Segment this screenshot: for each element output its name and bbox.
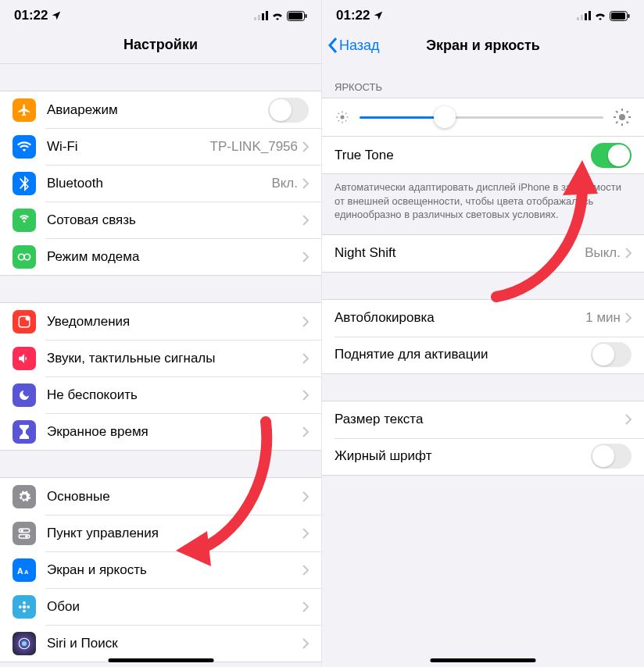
status-bar: 01:22 (0, 0, 321, 27)
svg-point-20 (19, 605, 22, 608)
true-tone-toggle[interactable] (591, 143, 631, 168)
row-label: True Tone (335, 148, 591, 163)
svg-point-8 (24, 254, 30, 260)
location-icon (373, 10, 384, 21)
chevron-right-icon (625, 248, 631, 259)
svg-point-23 (22, 641, 27, 646)
chevron-right-icon (302, 426, 309, 437)
hourglass-icon (13, 420, 36, 444)
display-settings-list[interactable]: ЯРКОСТЬ True Tone Автоматически адаптиро… (322, 64, 644, 667)
row-raise-to-wake[interactable]: Поднятие для активации (322, 337, 644, 373)
row-general[interactable]: Основные (0, 478, 321, 515)
svg-text:A: A (17, 565, 23, 575)
chevron-right-icon (302, 215, 309, 226)
row-airplane[interactable]: Авиарежим (0, 91, 321, 128)
svg-rect-27 (589, 11, 591, 20)
chevron-right-icon (302, 491, 309, 502)
back-label: Назад (339, 37, 380, 54)
svg-point-7 (19, 254, 25, 260)
svg-rect-29 (611, 12, 625, 20)
row-label: Жирный шрифт (335, 448, 591, 464)
row-bluetooth[interactable]: Bluetooth Вкл. (0, 165, 321, 202)
bluetooth-icon (13, 172, 36, 195)
row-label: Wi-Fi (47, 139, 210, 155)
location-icon (51, 10, 62, 21)
svg-point-19 (23, 609, 26, 612)
row-wifi[interactable]: Wi-Fi TP-LINK_7956 (0, 128, 321, 165)
row-hotspot[interactable]: Режим модема (0, 238, 321, 275)
row-label: Уведомления (47, 314, 302, 330)
text-size-icon: AA (13, 558, 36, 582)
row-label: Звуки, тактильные сигналы (47, 351, 302, 366)
night-shift-value: Выкл. (585, 245, 621, 261)
svg-rect-5 (288, 12, 302, 20)
row-cellular[interactable]: Сотовая связь (0, 202, 321, 238)
svg-rect-1 (258, 15, 260, 20)
notifications-icon (13, 310, 36, 334)
row-true-tone[interactable]: True Tone (322, 137, 644, 173)
signal-icon (577, 11, 591, 20)
row-label: Не беспокоить (47, 387, 302, 403)
row-label: Siri и Поиск (47, 636, 302, 651)
row-control-center[interactable]: Пункт управления (0, 515, 321, 551)
nav-bar: Настройки (0, 27, 321, 64)
home-indicator[interactable] (108, 658, 213, 662)
svg-point-10 (26, 316, 30, 320)
chevron-right-icon (302, 638, 309, 649)
chevron-right-icon (302, 565, 309, 576)
svg-rect-25 (581, 15, 583, 20)
raise-to-wake-toggle[interactable] (591, 342, 631, 367)
svg-line-45 (616, 111, 617, 112)
airplane-toggle[interactable] (268, 98, 309, 123)
row-text-size[interactable]: Размер текста (322, 401, 644, 438)
row-label: Сотовая связь (47, 212, 302, 228)
row-screentime[interactable]: Экранное время (0, 413, 321, 450)
svg-rect-26 (585, 13, 587, 20)
svg-line-37 (345, 120, 346, 121)
battery-icon (287, 11, 307, 21)
auto-lock-value: 1 мин (585, 310, 621, 326)
bluetooth-value: Вкл. (271, 176, 298, 191)
cellular-icon (13, 209, 36, 232)
brightness-slider[interactable] (360, 116, 603, 119)
sun-low-icon (335, 109, 350, 125)
row-siri[interactable]: Siri и Поиск (0, 625, 321, 662)
svg-text:A: A (24, 568, 29, 575)
row-night-shift[interactable]: Night Shift Выкл. (322, 235, 644, 272)
svg-line-38 (338, 120, 339, 121)
row-label: Основные (47, 489, 302, 505)
row-bold-text[interactable]: Жирный шрифт (322, 438, 644, 475)
chevron-right-icon (302, 141, 309, 152)
row-label: Обои (47, 599, 302, 615)
back-button[interactable]: Назад (327, 37, 380, 54)
chevron-right-icon (302, 178, 309, 189)
chevron-right-icon (625, 312, 631, 323)
airplane-icon (13, 98, 36, 122)
hotspot-icon (13, 245, 36, 269)
row-dnd[interactable]: Не беспокоить (0, 376, 321, 413)
battery-icon (610, 11, 630, 21)
row-sounds[interactable]: Звуки, тактильные сигналы (0, 340, 321, 376)
chevron-right-icon (625, 414, 631, 425)
page-title: Экран и яркость (426, 37, 540, 54)
row-label: Автоблокировка (335, 310, 585, 326)
bold-text-toggle[interactable] (591, 444, 631, 469)
row-wallpaper[interactable]: Обои (0, 588, 321, 625)
switches-icon (13, 522, 36, 545)
row-display[interactable]: AA Экран и яркость (0, 551, 321, 588)
row-notifications[interactable]: Уведомления (0, 303, 321, 340)
status-bar: 01:22 (322, 0, 644, 27)
settings-list[interactable]: Авиарежим Wi-Fi TP-LINK_7956 Bluetooth В… (0, 64, 321, 667)
home-indicator[interactable] (431, 658, 536, 662)
row-label: Размер текста (335, 412, 625, 427)
svg-rect-6 (306, 14, 307, 18)
wifi-icon (271, 11, 284, 20)
gear-icon (13, 485, 36, 508)
chevron-right-icon (302, 353, 309, 364)
row-label: Bluetooth (47, 176, 271, 191)
row-label: Режим модема (47, 249, 302, 265)
row-auto-lock[interactable]: Автоблокировка 1 мин (322, 300, 644, 337)
svg-point-21 (27, 605, 30, 608)
brightness-slider-row (322, 98, 644, 136)
row-label: Авиарежим (47, 102, 268, 118)
